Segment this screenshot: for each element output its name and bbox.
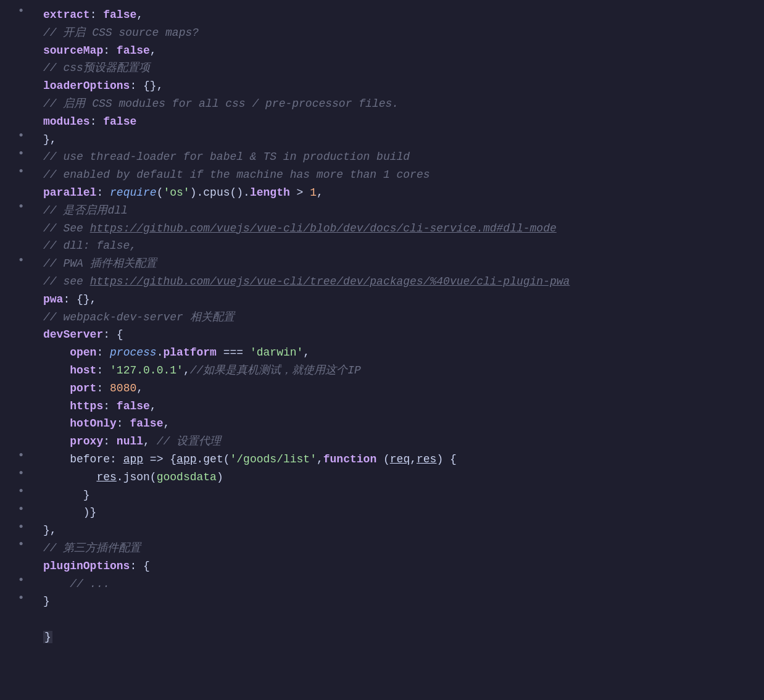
- fold-icon[interactable]: ●: [16, 469, 26, 478]
- code-content: devServer: {: [31, 326, 764, 344]
- code-line: ● },: [0, 522, 764, 540]
- code-line: parallel: require('os').cpus().length > …: [0, 184, 764, 202]
- code-content: modules: false: [31, 113, 764, 131]
- fold-icon[interactable]: ●: [16, 575, 26, 585]
- gutter-icon: ●: [0, 522, 31, 531]
- fold-icon[interactable]: ●: [16, 522, 26, 531]
- code-line: ● }: [0, 593, 764, 610]
- fold-icon[interactable]: ●: [16, 166, 26, 176]
- gutter-icon: ●: [0, 131, 31, 141]
- code-line: devServer: {: [0, 326, 764, 344]
- fold-icon[interactable]: ●: [16, 202, 26, 212]
- code-content: // ...: [31, 575, 764, 593]
- code-line: sourceMap: false,: [0, 42, 764, 60]
- code-content: // see https://github.com/vuejs/vue-cli/…: [31, 273, 764, 291]
- code-content: before: app => {app.get('/goods/list',fu…: [31, 451, 764, 469]
- code-content: pwa: {},: [31, 291, 764, 309]
- code-line: port: 8080,: [0, 380, 764, 398]
- gutter-icon: ●: [0, 575, 31, 585]
- code-content: },: [31, 522, 764, 540]
- code-content: parallel: require('os').cpus().length > …: [31, 184, 764, 202]
- code-line: proxy: null, // 设置代理: [0, 433, 764, 451]
- code-line: hotOnly: false,: [0, 415, 764, 433]
- fold-icon[interactable]: ●: [16, 504, 26, 514]
- gutter-icon: ●: [0, 6, 31, 16]
- code-content: // css预设器配置项: [31, 59, 764, 77]
- code-line: open: process.platform === 'darwin',: [0, 344, 764, 362]
- code-line: ● // PWA 插件相关配置: [0, 255, 764, 273]
- code-content: pluginOptions: {: [31, 557, 764, 575]
- gutter-icon: ●: [0, 593, 31, 602]
- code-content: extract: false,: [31, 6, 764, 24]
- code-content: // webpack-dev-server 相关配置: [31, 309, 764, 327]
- code-content: // 开启 CSS source maps?: [31, 24, 764, 42]
- code-line: pwa: {},: [0, 291, 764, 309]
- code-content: https: false,: [31, 398, 764, 415]
- code-line: https: false,: [0, 398, 764, 415]
- gutter-icon: ●: [0, 504, 31, 514]
- code-line: ● res.json(goodsdata): [0, 469, 764, 486]
- code-content: },: [31, 131, 764, 149]
- code-line: ● // 是否启用dll: [0, 202, 764, 220]
- code-content: // 第三方插件配置: [31, 540, 764, 557]
- code-line: // See https://github.com/vuejs/vue-cli/…: [0, 220, 764, 238]
- code-line: ● // 第三方插件配置: [0, 540, 764, 557]
- fold-icon[interactable]: ●: [16, 540, 26, 549]
- code-content: // use thread-loader for babel & TS in p…: [31, 148, 764, 166]
- fold-icon[interactable]: ●: [16, 486, 26, 496]
- code-line: pluginOptions: {: [0, 557, 764, 575]
- gutter-icon: ●: [0, 202, 31, 212]
- code-content: sourceMap: false,: [31, 42, 764, 60]
- fold-icon[interactable]: ●: [16, 148, 26, 158]
- code-editor: ● extract: false, // 开启 CSS source maps?…: [0, 0, 764, 700]
- code-content: }: [31, 486, 764, 504]
- gutter-icon: ●: [0, 148, 31, 158]
- code-line: loaderOptions: {},: [0, 77, 764, 95]
- code-line: ● before: app => {app.get('/goods/list',…: [0, 451, 764, 469]
- fold-icon[interactable]: ●: [16, 593, 26, 602]
- code-content: open: process.platform === 'darwin',: [31, 344, 764, 362]
- code-line: // css预设器配置项: [0, 59, 764, 77]
- code-content: // PWA 插件相关配置: [31, 255, 764, 273]
- code-content: loaderOptions: {},: [31, 77, 764, 95]
- gutter-icon: ●: [0, 540, 31, 549]
- code-line: ● },: [0, 131, 764, 149]
- code-line: ● )}: [0, 504, 764, 522]
- code-content: host: '127.0.0.1',//如果是真机测试，就使用这个IP: [31, 362, 764, 380]
- code-line: ● // ...: [0, 575, 764, 593]
- fold-icon[interactable]: ●: [16, 131, 26, 141]
- code-line: // see https://github.com/vuejs/vue-cli/…: [0, 273, 764, 291]
- code-content: hotOnly: false,: [31, 415, 764, 433]
- code-content: port: 8080,: [31, 380, 764, 398]
- code-line: host: '127.0.0.1',//如果是真机测试，就使用这个IP: [0, 362, 764, 380]
- code-content: // enabled by default if the machine has…: [31, 166, 764, 184]
- code-content: res.json(goodsdata): [31, 469, 764, 486]
- code-content: }: [31, 593, 764, 610]
- code-line: ● // use thread-loader for babel & TS in…: [0, 148, 764, 166]
- code-line: }: [0, 628, 764, 646]
- code-line: // webpack-dev-server 相关配置: [0, 309, 764, 327]
- code-content: proxy: null, // 设置代理: [31, 433, 764, 451]
- gutter-icon: ●: [0, 255, 31, 265]
- code-content: }: [31, 628, 764, 646]
- fold-icon[interactable]: ●: [16, 451, 26, 460]
- gutter-icon: ●: [0, 166, 31, 176]
- fold-icon[interactable]: ●: [16, 6, 26, 16]
- code-line: // 启用 CSS modules for all css / pre-proc…: [0, 95, 764, 113]
- code-line: modules: false: [0, 113, 764, 131]
- code-line: ● extract: false,: [0, 6, 764, 24]
- code-line: [0, 610, 764, 628]
- code-line: // 开启 CSS source maps?: [0, 24, 764, 42]
- code-content: // 启用 CSS modules for all css / pre-proc…: [31, 95, 764, 113]
- gutter-icon: ●: [0, 486, 31, 496]
- code-content: [31, 610, 764, 628]
- code-content: // See https://github.com/vuejs/vue-cli/…: [31, 220, 764, 238]
- fold-icon[interactable]: ●: [16, 255, 26, 265]
- code-line: // dll: false,: [0, 237, 764, 255]
- code-line: ● // enabled by default if the machine h…: [0, 166, 764, 184]
- code-content: // dll: false,: [31, 237, 764, 255]
- code-content: )}: [31, 504, 764, 522]
- code-content: // 是否启用dll: [31, 202, 764, 220]
- gutter-icon: ●: [0, 469, 31, 478]
- gutter-icon: ●: [0, 451, 31, 460]
